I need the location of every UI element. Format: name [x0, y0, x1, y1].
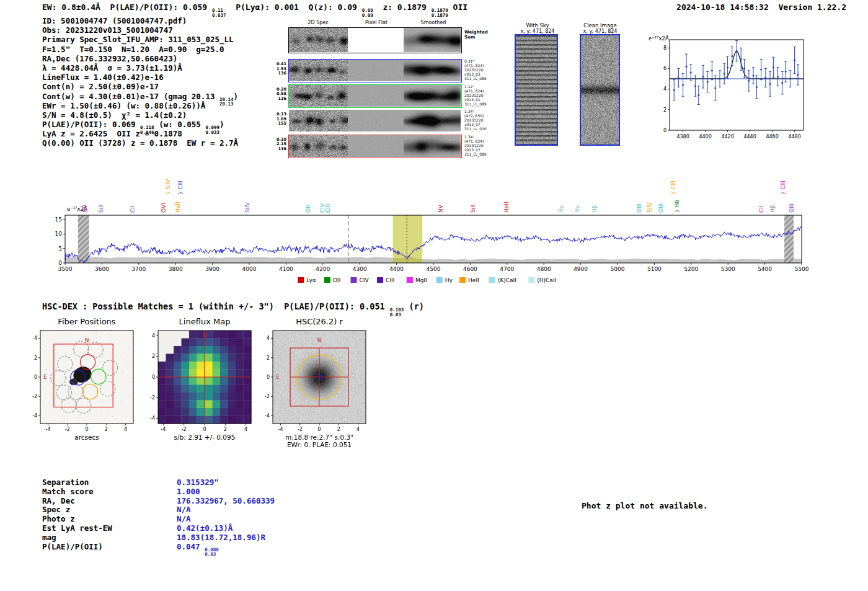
svg-text:3700: 3700 — [131, 266, 146, 272]
heatmap-cell — [205, 339, 213, 347]
spec2d-image — [289, 110, 348, 131]
heatmap-cell — [236, 346, 244, 354]
heatmap-cell — [174, 346, 182, 354]
heatmap-cell — [158, 370, 166, 378]
heatmap-cell — [228, 416, 236, 424]
svg-text:5500: 5500 — [795, 266, 809, 272]
svg-text:4380: 4380 — [676, 134, 689, 140]
heatmap-cell — [213, 339, 221, 347]
heatmap-cell — [220, 370, 228, 378]
emission-line-label: OIII — [636, 203, 642, 213]
svg-text:5200: 5200 — [684, 266, 698, 272]
match-value: N/A — [177, 505, 191, 514]
svg-text:5400: 5400 — [758, 266, 772, 272]
match-table-row: Est LyA rest-EW0.42(±0.13)Å — [42, 523, 275, 533]
heatmap-cell — [244, 354, 252, 362]
svg-text:-2: -2 — [32, 394, 37, 399]
heatmap-cell — [174, 370, 182, 378]
info-line: Obs: 20231220v013_5001004747 — [42, 25, 238, 35]
svg-text:4: 4 — [244, 427, 247, 432]
svg-text:4420: 4420 — [721, 134, 733, 140]
row-annotation: 1.12"(471, 824)20231220v013_01311_LL_089 — [464, 84, 487, 106]
heatmap-cell — [189, 393, 197, 401]
legend-swatch — [528, 277, 534, 283]
info-line: LineFlux = 1.40(±0.42)e-16 — [42, 73, 238, 82]
heatmap-cell — [182, 393, 190, 401]
heatmap-cell — [174, 401, 182, 409]
legend-swatch — [407, 277, 413, 283]
match-table-row: RA, Dec176.332967, 50.660339 — [42, 496, 275, 505]
heatmap-cell — [166, 339, 174, 347]
legend-label: HeII — [468, 277, 479, 283]
heatmap-cell — [228, 331, 236, 339]
heatmap-cell — [189, 416, 197, 424]
heatmap-cell — [213, 408, 221, 416]
spec2d-row — [288, 59, 462, 82]
heatmap-cell — [228, 346, 236, 354]
emission-line-label: NV — [82, 204, 88, 213]
heatmap-cell — [236, 401, 244, 409]
heatmap-cell — [244, 331, 252, 339]
north-label: N — [85, 337, 89, 344]
info-line: EWr = 1.50(±0.46) (w: 0.88(±0.26))Å — [42, 101, 238, 110]
svg-text:3900: 3900 — [205, 266, 219, 272]
emission-line-label: Hγ — [558, 205, 564, 213]
heatmap-cell — [236, 393, 244, 401]
col-title-pixelflat: Pixel Flat — [355, 20, 398, 25]
heatmap-cell — [244, 370, 252, 378]
pixel-flat-image — [348, 110, 404, 131]
emission-line-label: CIV — [319, 203, 326, 213]
masked-band — [784, 215, 794, 263]
svg-text:4: 4 — [267, 335, 270, 341]
svg-text:-4: -4 — [161, 427, 166, 432]
heatmap-cell — [158, 331, 166, 339]
emission-line-label: } Hδ — [674, 200, 680, 213]
spec2d-image — [289, 60, 348, 81]
with-sky-image — [515, 34, 558, 146]
svg-text:2: 2 — [337, 427, 340, 432]
match-label: RA, Dec — [42, 496, 177, 505]
svg-text:2: 2 — [663, 107, 666, 113]
spec2d-image — [289, 28, 348, 52]
spec2d-cutouts-panel: 2D Spec Pixel Flat Smoothed WeightedSum0… — [273, 19, 491, 161]
svg-text:6: 6 — [663, 66, 666, 71]
match-value: N/A — [177, 514, 191, 523]
info-line: P(LAE)/P(OII): 0.069 0.1180.046 (w: 0.05… — [42, 120, 238, 129]
legend-label: (K)CaII — [498, 277, 516, 283]
emission-line-label: } CIII — [780, 180, 786, 195]
heatmap-cell — [182, 362, 190, 370]
heatmap-cell — [189, 408, 197, 416]
heatmap-cell — [244, 339, 252, 347]
heatmap-cell — [205, 393, 213, 401]
svg-text:4400: 4400 — [699, 134, 711, 140]
heatmap-cell — [158, 377, 166, 385]
hsc-image-title: HSC(26.2) r — [257, 317, 381, 326]
heatmap-cell — [244, 346, 252, 354]
svg-text:4500: 4500 — [427, 266, 441, 272]
heatmap-cell — [205, 408, 213, 416]
svg-text:-2: -2 — [265, 394, 270, 399]
svg-text:-2: -2 — [298, 427, 303, 432]
svg-text:4200: 4200 — [316, 266, 330, 272]
svg-text:4: 4 — [34, 335, 37, 341]
heatmap-cell — [220, 362, 228, 370]
heatmap-cell — [197, 339, 205, 347]
emission-line-label: SiIV — [647, 202, 653, 213]
heatmap-cell — [166, 354, 174, 362]
heatmap-cell — [220, 354, 228, 362]
smoothed-image — [404, 110, 461, 131]
east-label: E — [276, 374, 280, 380]
heatmap-cell — [189, 370, 197, 378]
fiber-positions-xlabel: arcsecs — [25, 433, 149, 441]
heatmap-cell — [174, 331, 182, 339]
photz-note: Phot z plot not available. — [582, 501, 708, 510]
heatmap-cell — [220, 408, 228, 416]
heatmap-cell — [244, 362, 252, 370]
heatmap-cell — [220, 331, 228, 339]
svg-text:0: 0 — [85, 427, 88, 432]
svg-text:5: 5 — [58, 246, 62, 252]
heatmap-cell — [166, 408, 174, 416]
heatmap-cell — [228, 354, 236, 362]
heatmap-cell — [158, 354, 166, 362]
fiber-positions-title: Fiber Positions — [25, 317, 149, 326]
